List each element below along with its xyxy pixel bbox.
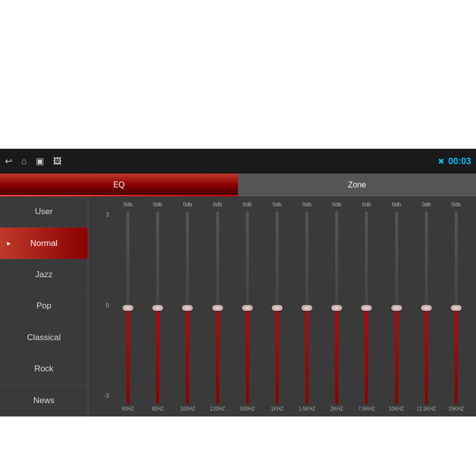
slider-fill-1	[156, 308, 159, 405]
slider-db-label-4: 0db	[243, 201, 252, 209]
slider-db-label-0: 0db	[123, 201, 132, 209]
home-icon[interactable]: ⌂	[21, 156, 27, 167]
slider-freq-label-11: 15KHZ	[448, 406, 464, 414]
slider-freq-label-7: 2KHZ	[331, 406, 344, 414]
y-label-neg3: -3	[104, 392, 109, 399]
slider-track-area-5	[262, 211, 292, 404]
tab-zone-label: Zone	[348, 180, 366, 189]
main-content: User ► Normal Jazz Pop Classical Rock Ne…	[0, 196, 476, 416]
window-icon[interactable]: ▣	[36, 156, 44, 167]
sidebar-item-pop-label: Pop	[36, 301, 51, 311]
sidebar-item-news[interactable]: News	[0, 385, 88, 416]
slider-thumb-7[interactable]	[331, 305, 342, 311]
slider-track-8	[365, 211, 368, 404]
slider-col-60HZ[interactable]: 0db60HZ	[113, 201, 143, 414]
slider-track-9	[395, 211, 398, 404]
slider-fill-8	[365, 308, 368, 405]
slider-db-label-1: 0db	[153, 201, 162, 209]
slider-track-1	[156, 211, 159, 404]
slider-thumb-10[interactable]	[421, 305, 432, 311]
sidebar-item-normal-label: Normal	[30, 238, 58, 248]
slider-col-2KHZ[interactable]: 0db2KHZ	[322, 201, 352, 414]
slider-track-7	[335, 211, 338, 404]
sidebar-item-pop[interactable]: Pop	[0, 291, 88, 322]
slider-freq-label-5: 1KHZ	[271, 406, 284, 414]
tab-eq[interactable]: EQ	[0, 174, 238, 196]
slider-thumb-9[interactable]	[391, 305, 402, 311]
slider-thumb-1[interactable]	[152, 305, 163, 311]
y-label-3: 3	[106, 211, 109, 218]
sidebar-item-classical[interactable]: Classical	[0, 322, 88, 354]
slider-track-area-3	[203, 211, 233, 404]
slider-track-area-7	[322, 211, 352, 404]
eq-sliders-container: 3 0 -3 0db60HZ0db80HZ0db100HZ0db120HZ0db…	[103, 201, 471, 414]
slider-col-7.5KHZ[interactable]: 0db7.5KHZ	[352, 201, 381, 414]
slider-thumb-11[interactable]	[451, 305, 462, 311]
sidebar-item-user-label: User	[35, 207, 53, 217]
slider-col-10KHZ[interactable]: 0db10KHZ	[382, 201, 412, 414]
slider-col-100HZ[interactable]: 0db100HZ	[173, 201, 202, 414]
slider-fill-5	[276, 308, 279, 405]
slider-col-500HZ[interactable]: 0db500HZ	[233, 201, 262, 414]
slider-track-area-10	[412, 211, 441, 404]
sidebar-item-user[interactable]: User	[0, 196, 88, 228]
top-bar-icons: ↩ ⌂ ▣ 🖼	[5, 156, 62, 167]
slider-freq-label-8: 7.5KHZ	[358, 406, 375, 414]
slider-db-label-10: 0db	[422, 201, 431, 209]
slider-col-1.5KHZ[interactable]: 0db1.5KHZ	[292, 201, 322, 414]
sidebar: User ► Normal Jazz Pop Classical Rock Ne…	[0, 196, 88, 416]
slider-fill-2	[186, 308, 189, 405]
slider-thumb-5[interactable]	[272, 305, 283, 311]
slider-col-80HZ[interactable]: 0db80HZ	[143, 201, 173, 414]
sliders-grid: 0db60HZ0db80HZ0db100HZ0db120HZ0db500HZ0d…	[113, 201, 471, 414]
slider-track-area-6	[292, 211, 322, 404]
image-icon[interactable]: 🖼	[53, 156, 62, 167]
slider-db-label-3: 0db	[213, 201, 222, 209]
slider-freq-label-4: 500HZ	[240, 406, 255, 414]
back-arrow-icon[interactable]: ↩	[5, 156, 12, 167]
slider-track-area-11	[441, 211, 471, 404]
slider-db-label-2: 0db	[183, 201, 192, 209]
slider-col-12.5KHZ[interactable]: 0db12.5KHZ	[412, 201, 441, 414]
slider-fill-3	[216, 308, 219, 405]
slider-track-area-8	[352, 211, 381, 404]
slider-track-6	[305, 211, 308, 404]
tab-zone[interactable]: Zone	[238, 174, 476, 196]
sidebar-item-jazz[interactable]: Jazz	[0, 259, 88, 291]
slider-thumb-3[interactable]	[212, 305, 223, 311]
sidebar-item-jazz-label: Jazz	[35, 270, 53, 280]
sidebar-item-rock[interactable]: Rock	[0, 354, 88, 385]
slider-fill-11	[455, 308, 458, 405]
tab-eq-label: EQ	[113, 180, 124, 189]
slider-track-0	[126, 211, 129, 404]
tab-bar: EQ Zone	[0, 174, 476, 196]
time-display: 00:03	[448, 156, 471, 167]
slider-fill-9	[395, 308, 398, 405]
slider-db-label-5: 0db	[273, 201, 282, 209]
slider-thumb-0[interactable]	[122, 305, 133, 311]
slider-thumb-6[interactable]	[301, 305, 312, 311]
play-arrow-icon: ►	[6, 240, 12, 247]
slider-fill-4	[246, 308, 249, 405]
top-bar: ↩ ⌂ ▣ 🖼 ✖ 00:03	[0, 149, 476, 174]
slider-freq-label-9: 10KHZ	[389, 406, 404, 414]
slider-freq-label-10: 12.5KHZ	[416, 406, 436, 414]
slider-col-120HZ[interactable]: 0db120HZ	[203, 201, 233, 414]
slider-thumb-2[interactable]	[182, 305, 193, 311]
slider-col-15KHZ[interactable]: 0db15KHZ	[441, 201, 471, 414]
screen: ↩ ⌂ ▣ 🖼 ✖ 00:03 EQ Zone User ► Normal	[0, 149, 476, 416]
slider-db-label-11: 0db	[452, 201, 461, 209]
slider-track-area-1	[143, 211, 173, 404]
slider-thumb-8[interactable]	[361, 305, 372, 311]
slider-track-10	[425, 211, 428, 404]
slider-thumb-4[interactable]	[242, 305, 253, 311]
top-bar-right: ✖ 00:03	[438, 156, 471, 167]
sidebar-item-normal[interactable]: ► Normal	[0, 228, 88, 259]
slider-track-area-0	[113, 211, 143, 404]
slider-fill-10	[425, 308, 428, 405]
slider-track-5	[276, 211, 279, 404]
slider-freq-label-2: 100HZ	[180, 406, 195, 414]
slider-track-area-2	[173, 211, 202, 404]
slider-col-1KHZ[interactable]: 0db1KHZ	[262, 201, 292, 414]
slider-fill-0	[126, 308, 129, 405]
